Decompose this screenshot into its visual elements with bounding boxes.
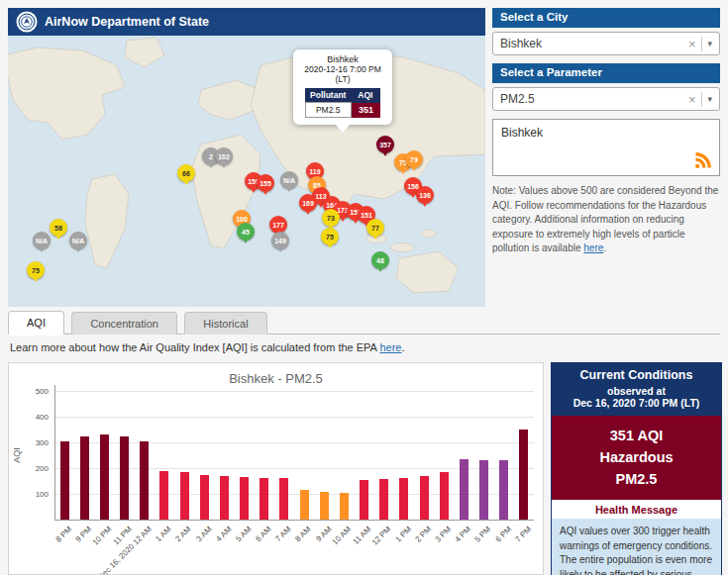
aqi-marker[interactable]: 75 [321, 228, 339, 245]
chart-gridline [54, 391, 534, 392]
beyond-aqi-note: Note: Values above 500 are considered Be… [492, 184, 720, 256]
health-message-label: Health Message [552, 500, 721, 519]
popup-aqi-value: 351 [351, 103, 380, 118]
current-aqi-value: 351 AQI [556, 426, 717, 447]
x-axis-tick-label: 2 AM [174, 525, 193, 543]
popup-city: Bishkek [297, 54, 388, 64]
aqi-marker[interactable]: 77 [366, 219, 384, 237]
chevron-down-icon[interactable]: ▾ [707, 39, 712, 48]
world-map[interactable]: 58N/AN/A75662102159155N/A119851131691641… [8, 36, 485, 307]
aqi-marker[interactable]: 136 [416, 186, 434, 204]
select-parameter-header: Select a Parameter [492, 63, 720, 83]
chart-bar[interactable] [100, 434, 109, 520]
select-divider [701, 37, 702, 51]
learn-more-here-link[interactable]: here [379, 341, 401, 353]
chart-bar[interactable] [260, 478, 268, 520]
aqi-marker[interactable]: 75 [27, 261, 45, 279]
y-axis-tick-label: 200 [21, 464, 49, 473]
aqi-marker[interactable]: 66 [177, 164, 195, 182]
chart-bar[interactable] [240, 477, 249, 520]
aqi-marker[interactable]: 149 [271, 232, 289, 249]
parameter-select-value: PM2.5 [500, 92, 682, 106]
chart-bar[interactable] [120, 436, 129, 520]
note-here-link[interactable]: here [583, 242, 603, 253]
current-aqi-category: Hazardous [556, 447, 717, 469]
aqi-marker[interactable]: 169 [299, 194, 317, 212]
aqi-marker[interactable]: 73 [322, 209, 340, 227]
clear-icon[interactable]: × [682, 37, 702, 51]
chart-bar[interactable] [220, 476, 229, 520]
chart-bar[interactable] [279, 478, 288, 520]
aqi-marker[interactable]: 155 [257, 174, 274, 192]
x-axis-tick-label: 10 PM [91, 525, 114, 547]
x-axis-tick-label: 8 PM [53, 525, 73, 544]
popup-table: Pollutant AQI PM2.5 351 [305, 88, 381, 118]
tab-concentration[interactable]: Concentration [71, 312, 177, 335]
chart-bar[interactable] [379, 479, 388, 520]
tab-aqi[interactable]: AQI [8, 311, 64, 335]
aqi-marker[interactable]: 79 [405, 150, 423, 168]
y-axis-tick-label: 100 [21, 490, 49, 499]
chart-bar[interactable] [60, 441, 69, 520]
x-axis-tick-label: 8 AM [294, 525, 313, 543]
rss-city-label: Bishkek [501, 126, 543, 140]
chart-bar[interactable] [300, 490, 309, 520]
learn-more-text: Learn more about how the Air Quality Ind… [10, 341, 379, 353]
current-conditions-title: Current Conditions [556, 368, 717, 382]
clear-icon[interactable]: × [682, 92, 702, 107]
chart-bar[interactable] [519, 430, 528, 520]
chart-bar[interactable] [159, 471, 168, 520]
popup-aqi-header: AQI [351, 88, 380, 103]
chart-bar[interactable] [340, 493, 349, 520]
rss-feed-box: Bishkek [492, 119, 720, 176]
chart-bar[interactable] [180, 472, 189, 520]
y-axis-tick-label: 500 [21, 387, 49, 396]
aqi-marker[interactable]: 102 [215, 147, 233, 165]
current-conditions-header: Current Conditions observed at Dec 16, 2… [552, 363, 721, 416]
x-axis-tick-label: 4 PM [454, 525, 473, 544]
aqi-marker[interactable]: 58 [50, 219, 67, 237]
rss-icon[interactable] [693, 150, 713, 170]
y-axis-label: AQI [12, 447, 22, 463]
chart-bar[interactable] [140, 441, 149, 520]
chart-bar[interactable] [80, 436, 89, 520]
select-divider [701, 92, 702, 107]
chart-bar[interactable] [479, 460, 488, 520]
x-axis-tick-label: 3 PM [434, 525, 454, 544]
city-select[interactable]: Bishkek × ▾ [492, 32, 720, 55]
chart-bar[interactable] [360, 480, 368, 520]
aqi-marker[interactable]: N/A [33, 232, 51, 249]
chart-bar[interactable] [420, 476, 429, 520]
y-axis-tick-label: 300 [21, 438, 49, 447]
x-axis-tick-label: 7 PM [513, 525, 533, 544]
tab-historical[interactable]: Historical [184, 312, 266, 335]
chevron-down-icon[interactable]: ▾ [707, 94, 712, 104]
aqi-marker[interactable]: N/A [69, 232, 87, 249]
x-axis-tick-label: 5 AM [234, 525, 253, 543]
aqi-marker[interactable]: 45 [237, 223, 255, 240]
health-message-text: AQI values over 300 trigger health warni… [552, 519, 721, 575]
x-axis-line [54, 520, 534, 521]
aqi-marker[interactable]: 48 [371, 251, 389, 269]
chart-bar[interactable] [460, 459, 468, 520]
note-suffix: . [603, 242, 606, 253]
aqi-marker[interactable]: N/A [280, 171, 298, 189]
observed-at-label: observed at [556, 385, 717, 397]
chart-bar[interactable] [320, 492, 329, 520]
chart-bar[interactable] [440, 472, 449, 520]
popup-pollutant-value: PM2.5 [305, 103, 351, 118]
chart-gridline [54, 417, 534, 418]
chart-bar[interactable] [499, 460, 508, 520]
x-axis-tick-label: 7 AM [274, 525, 293, 543]
parameter-select[interactable]: PM2.5 × ▾ [492, 87, 720, 111]
popup-datetime: 2020-12-16 7:00 PM [297, 64, 388, 74]
map-popup: Bishkek 2020-12-16 7:00 PM (LT) Pollutan… [293, 49, 392, 125]
x-axis-tick-label: 10 AM [331, 525, 353, 546]
chart-bar[interactable] [399, 478, 408, 520]
popup-pollutant-header: Pollutant [305, 88, 351, 103]
aqi-marker[interactable]: 357 [376, 136, 394, 153]
x-axis-tick-label: 2 PM [413, 525, 433, 544]
x-axis-tick-label: 4 AM [214, 525, 233, 543]
chart-bar[interactable] [200, 475, 209, 520]
current-aqi-box: 351 AQI Hazardous PM2.5 [552, 416, 721, 500]
